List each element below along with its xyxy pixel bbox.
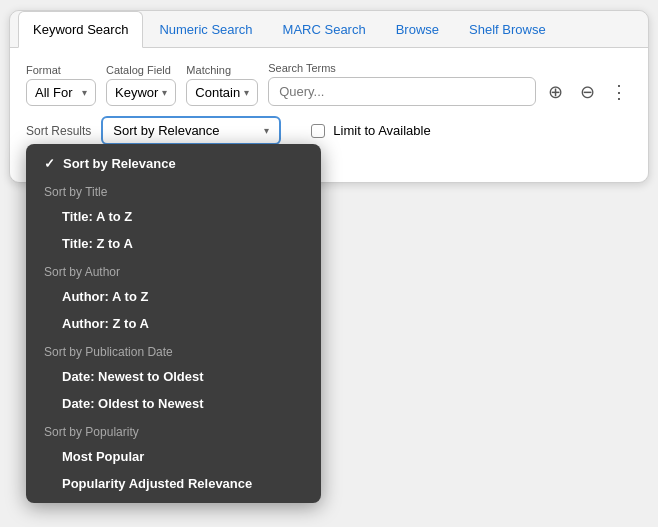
menu-item-date-new-label: Date: Newest to Oldest bbox=[62, 369, 204, 384]
menu-item-title-za[interactable]: Title: Z to A bbox=[26, 230, 321, 257]
menu-item-title-az[interactable]: Title: A to Z bbox=[26, 203, 321, 230]
matching-dropdown[interactable]: Contain ▾ bbox=[186, 79, 258, 106]
menu-item-author-za-label: Author: Z to A bbox=[62, 316, 149, 331]
search-terms-group: Search Terms ⊕ ⊖ ⋮ bbox=[268, 62, 632, 106]
menu-item-author-az[interactable]: Author: A to Z bbox=[26, 283, 321, 310]
sort-row: Sort Results Sort by Relevance ▾ Limit t… bbox=[26, 116, 632, 145]
format-chevron-icon: ▾ bbox=[82, 87, 87, 98]
tab-marc[interactable]: MARC Search bbox=[269, 11, 380, 47]
menu-item-title-za-label: Title: Z to A bbox=[62, 236, 133, 251]
matching-label: Matching bbox=[186, 64, 258, 76]
search-input[interactable] bbox=[268, 77, 536, 106]
catalog-chevron-icon: ▾ bbox=[162, 87, 167, 98]
add-term-button[interactable]: ⊕ bbox=[542, 79, 568, 105]
more-options-button[interactable]: ⋮ bbox=[606, 79, 632, 105]
sort-label: Sort Results bbox=[26, 124, 91, 138]
catalog-dropdown[interactable]: Keywor ▾ bbox=[106, 79, 176, 106]
menu-category-date: Sort by Publication Date bbox=[26, 337, 321, 363]
format-dropdown[interactable]: All For ▾ bbox=[26, 79, 96, 106]
catalog-label: Catalog Field bbox=[106, 64, 176, 76]
menu-category-popularity: Sort by Popularity bbox=[26, 417, 321, 443]
format-group: Format All For ▾ bbox=[26, 64, 96, 106]
limit-row: Limit to Available bbox=[311, 123, 430, 138]
format-value: All For bbox=[35, 85, 73, 100]
content-area: Format All For ▾ Catalog Field Keywor ▾ … bbox=[10, 48, 648, 182]
menu-category-author: Sort by Author bbox=[26, 257, 321, 283]
tab-shelf[interactable]: Shelf Browse bbox=[455, 11, 560, 47]
remove-term-button[interactable]: ⊖ bbox=[574, 79, 600, 105]
search-controls: Format All For ▾ Catalog Field Keywor ▾ … bbox=[26, 62, 632, 106]
tab-bar: Keyword Search Numeric Search MARC Searc… bbox=[10, 11, 648, 48]
catalog-value: Keywor bbox=[115, 85, 158, 100]
sort-dropdown-menu: Sort by Relevance Sort by Title Title: A… bbox=[26, 144, 321, 503]
matching-value: Contain bbox=[195, 85, 240, 100]
menu-item-most-popular[interactable]: Most Popular bbox=[26, 443, 321, 470]
catalog-group: Catalog Field Keywor ▾ bbox=[106, 64, 176, 106]
menu-item-popularity-adjusted-label: Popularity Adjusted Relevance bbox=[62, 476, 252, 491]
menu-item-relevance[interactable]: Sort by Relevance bbox=[26, 150, 321, 177]
tab-keyword[interactable]: Keyword Search bbox=[18, 11, 143, 48]
limit-checkbox[interactable] bbox=[311, 124, 325, 138]
menu-category-title: Sort by Title bbox=[26, 177, 321, 203]
matching-chevron-icon: ▾ bbox=[244, 87, 249, 98]
matching-group: Matching Contain ▾ bbox=[186, 64, 258, 106]
sort-chevron-icon: ▾ bbox=[264, 125, 269, 136]
menu-item-popularity-adjusted[interactable]: Popularity Adjusted Relevance bbox=[26, 470, 321, 497]
menu-item-most-popular-label: Most Popular bbox=[62, 449, 144, 464]
tab-numeric[interactable]: Numeric Search bbox=[145, 11, 266, 47]
menu-item-date-new[interactable]: Date: Newest to Oldest bbox=[26, 363, 321, 390]
search-terms-label: Search Terms bbox=[268, 62, 632, 74]
menu-item-date-old[interactable]: Date: Oldest to Newest bbox=[26, 390, 321, 417]
sort-selected-value: Sort by Relevance bbox=[113, 123, 219, 138]
menu-item-relevance-label: Sort by Relevance bbox=[63, 156, 176, 171]
menu-item-title-az-label: Title: A to Z bbox=[62, 209, 132, 224]
sort-dropdown[interactable]: Sort by Relevance ▾ bbox=[101, 116, 281, 145]
tab-browse[interactable]: Browse bbox=[382, 11, 453, 47]
search-input-row: ⊕ ⊖ ⋮ bbox=[268, 77, 632, 106]
limit-label: Limit to Available bbox=[333, 123, 430, 138]
menu-item-author-az-label: Author: A to Z bbox=[62, 289, 148, 304]
menu-item-author-za[interactable]: Author: Z to A bbox=[26, 310, 321, 337]
format-label: Format bbox=[26, 64, 96, 76]
menu-item-date-old-label: Date: Oldest to Newest bbox=[62, 396, 204, 411]
main-container: Keyword Search Numeric Search MARC Searc… bbox=[9, 10, 649, 183]
